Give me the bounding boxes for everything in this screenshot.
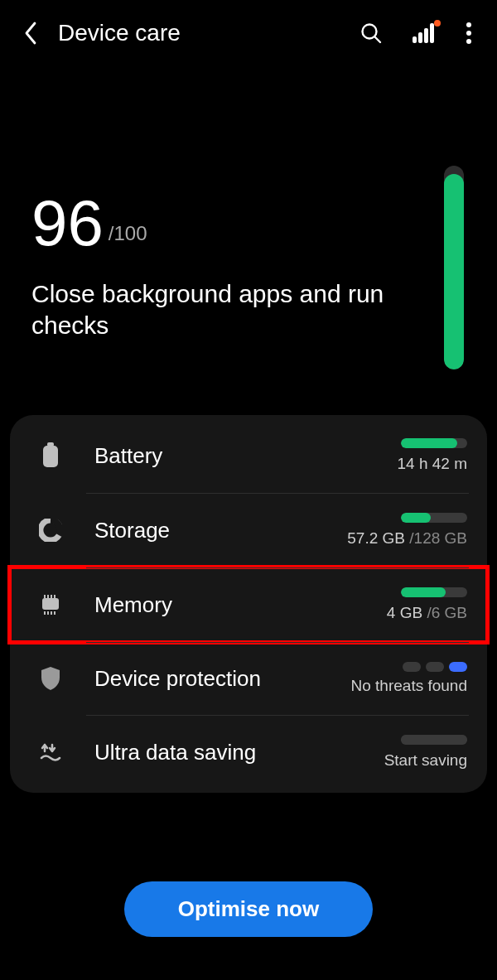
- memory-total: 6 GB: [432, 604, 467, 621]
- memory-icon: [36, 591, 65, 619]
- shield-icon: [36, 664, 65, 693]
- score-bar-fill: [444, 174, 464, 369]
- battery-row[interactable]: Battery 14 h 42 m: [10, 418, 487, 493]
- svg-rect-19: [54, 595, 55, 598]
- score-section: 96 /100 Close background apps and run ch…: [0, 58, 497, 415]
- ultra-data-row[interactable]: Ultra data saving Start saving: [10, 715, 487, 789]
- storage-sub: 57.2 GB /128 GB: [347, 529, 467, 548]
- data-usage-icon[interactable]: [413, 23, 436, 43]
- svg-point-6: [466, 22, 471, 27]
- score-line: 96 /100: [31, 191, 472, 255]
- storage-stats: 57.2 GB /128 GB: [326, 513, 467, 548]
- battery-label: Battery: [94, 443, 326, 469]
- svg-point-7: [466, 31, 471, 36]
- data-saving-icon: [36, 738, 65, 766]
- score-max: /100: [109, 222, 147, 245]
- score-subtitle: Close background apps and run checks: [31, 278, 413, 340]
- protection-row[interactable]: Device protection No threats found: [10, 642, 487, 715]
- protection-label: Device protection: [94, 666, 326, 692]
- svg-rect-11: [42, 598, 59, 610]
- svg-rect-5: [430, 23, 434, 43]
- app-header: Device care: [0, 0, 497, 58]
- cta-wrap: Optimise now: [0, 881, 497, 937]
- ultra-data-stats: Start saving: [326, 735, 467, 770]
- storage-total: 128 GB: [414, 529, 467, 547]
- storage-bar: [401, 513, 467, 523]
- svg-rect-15: [54, 611, 55, 615]
- storage-label: Storage: [94, 518, 326, 543]
- memory-row[interactable]: Memory 4 GB /6 GB: [10, 567, 487, 642]
- notification-dot-icon: [434, 20, 441, 27]
- svg-rect-17: [47, 595, 49, 598]
- svg-rect-9: [43, 446, 58, 467]
- svg-rect-12: [44, 611, 46, 615]
- ultra-data-label: Ultra data saving: [94, 740, 326, 765]
- svg-rect-10: [47, 442, 54, 447]
- svg-line-1: [375, 37, 381, 43]
- more-menu-icon[interactable]: [466, 22, 472, 45]
- protection-sub: No threats found: [351, 677, 467, 695]
- search-icon[interactable]: [359, 22, 383, 45]
- header-actions: [359, 22, 472, 45]
- svg-point-8: [466, 39, 471, 44]
- battery-stats: 14 h 42 m: [326, 438, 467, 473]
- ultra-sub: Start saving: [384, 751, 467, 770]
- score-bar: [444, 166, 464, 369]
- battery-sub: 14 h 42 m: [398, 455, 468, 473]
- memory-stats: 4 GB /6 GB: [326, 587, 467, 622]
- battery-bar: [401, 438, 467, 448]
- svg-rect-14: [51, 611, 52, 615]
- svg-rect-18: [51, 595, 52, 598]
- optimise-button[interactable]: Optimise now: [124, 881, 373, 937]
- protection-dots: [403, 662, 467, 672]
- stats-card: Battery 14 h 42 m Storage 57.2 GB /128 G…: [10, 415, 487, 793]
- memory-used: 4 GB: [387, 604, 422, 621]
- storage-icon: [36, 516, 65, 544]
- back-icon[interactable]: [23, 21, 40, 46]
- storage-used: 57.2 GB: [347, 529, 405, 547]
- storage-row[interactable]: Storage 57.2 GB /128 GB: [10, 493, 487, 567]
- memory-bar: [401, 587, 467, 597]
- svg-rect-3: [418, 32, 422, 43]
- svg-rect-16: [44, 595, 46, 598]
- svg-rect-13: [47, 611, 49, 615]
- score-value: 96: [31, 191, 104, 255]
- svg-rect-2: [413, 36, 417, 43]
- page-title: Device care: [58, 20, 359, 46]
- protection-stats: No threats found: [326, 662, 467, 695]
- memory-label: Memory: [94, 592, 326, 618]
- ultra-bar: [401, 735, 467, 745]
- svg-rect-4: [424, 28, 428, 43]
- memory-sub: 4 GB /6 GB: [387, 604, 467, 622]
- battery-icon: [36, 442, 65, 470]
